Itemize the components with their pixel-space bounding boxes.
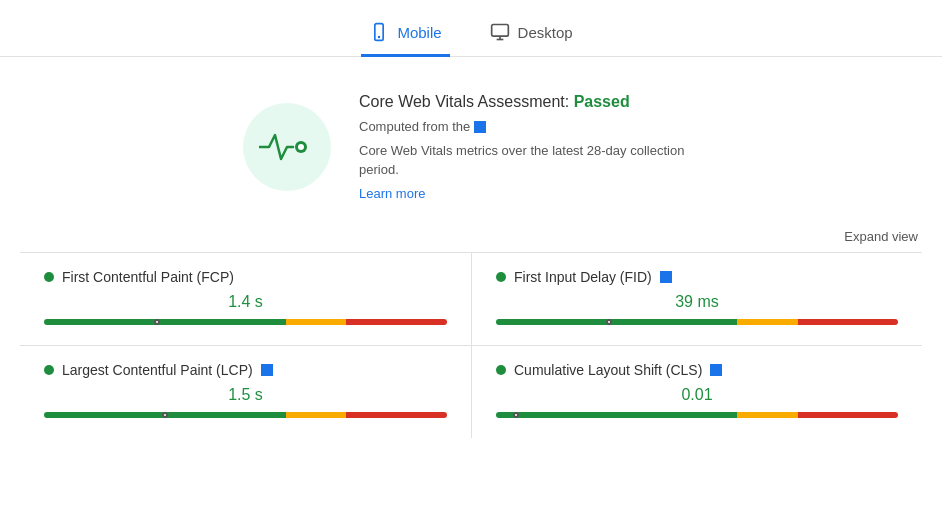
- svg-rect-2: [491, 25, 508, 37]
- fid-name: First Input Delay (FID): [514, 269, 652, 285]
- cls-bar-orange: [737, 412, 797, 418]
- fcp-name: First Contentful Paint (FCP): [62, 269, 234, 285]
- cls-value: 0.01: [681, 386, 712, 404]
- metric-fcp: First Contentful Paint (FCP) 1.4 s: [20, 252, 471, 345]
- fid-bar-container: [496, 319, 898, 325]
- lcp-bar-red: [346, 412, 447, 418]
- cls-name: Cumulative Layout Shift (CLS): [514, 362, 702, 378]
- fcp-header: First Contentful Paint (FCP): [44, 269, 447, 285]
- cls-indicator-dot: [513, 412, 519, 418]
- fid-bar-red: [798, 319, 899, 325]
- mobile-icon: [369, 22, 389, 42]
- lcp-value: 1.5 s: [228, 386, 263, 404]
- assessment-status: Passed: [574, 93, 630, 110]
- fcp-bar-orange: [286, 319, 346, 325]
- fcp-value: 1.4 s: [228, 293, 263, 311]
- fid-status-dot: [496, 272, 506, 282]
- fcp-status-dot: [44, 272, 54, 282]
- lcp-bar-container: [44, 412, 447, 418]
- metric-fid: First Input Delay (FID) 39 ms: [471, 252, 922, 345]
- fid-badge-icon: [660, 271, 672, 283]
- tab-desktop[interactable]: Desktop: [482, 12, 581, 57]
- desktop-icon: [490, 22, 510, 42]
- tab-mobile[interactable]: Mobile: [361, 12, 449, 57]
- fid-header: First Input Delay (FID): [496, 269, 898, 285]
- cls-bar-container: [496, 412, 898, 418]
- fid-bar-green: [496, 319, 737, 325]
- assessment-section: Core Web Vitals Assessment: Passed Compu…: [0, 57, 942, 229]
- desc-after: Core Web Vitals metrics over the latest …: [359, 141, 699, 180]
- fid-value: 39 ms: [675, 293, 719, 311]
- learn-more-link[interactable]: Learn more: [359, 186, 699, 201]
- cls-bar-indicator: [512, 408, 520, 422]
- metric-lcp: Largest Contentful Paint (LCP) 1.5 s: [20, 345, 471, 438]
- lcp-header: Largest Contentful Paint (LCP): [44, 362, 447, 378]
- assessment-title: Core Web Vitals Assessment: Passed: [359, 93, 699, 111]
- cls-status-dot: [496, 365, 506, 375]
- lcp-indicator-dot: [162, 412, 168, 418]
- tab-mobile-label: Mobile: [397, 24, 441, 41]
- assessment-text: Core Web Vitals Assessment: Passed Compu…: [359, 93, 699, 201]
- lcp-name: Largest Contentful Paint (LCP): [62, 362, 253, 378]
- cls-bar-red: [798, 412, 899, 418]
- expand-row: Expand view: [0, 229, 942, 252]
- fcp-bar-green: [44, 319, 286, 325]
- fcp-indicator-dot: [154, 319, 160, 325]
- tab-desktop-label: Desktop: [518, 24, 573, 41]
- cls-bar-green: [496, 412, 737, 418]
- desc-before: Computed from the: [359, 117, 470, 137]
- lcp-bar-orange: [286, 412, 346, 418]
- fid-bar-track: [496, 319, 898, 325]
- lcp-badge-icon: [261, 364, 273, 376]
- lcp-status-dot: [44, 365, 54, 375]
- cls-bar-track: [496, 412, 898, 418]
- metrics-grid: First Contentful Paint (FCP) 1.4 s First…: [0, 252, 942, 438]
- expand-view-link[interactable]: Expand view: [844, 229, 918, 244]
- fid-bar-orange: [737, 319, 797, 325]
- blue-square-icon: [474, 121, 486, 133]
- fcp-bar-container: [44, 319, 447, 325]
- fcp-bar-red: [346, 319, 447, 325]
- fid-indicator-dot: [606, 319, 612, 325]
- vitals-pulse-icon: [259, 127, 315, 167]
- lcp-bar-indicator: [161, 408, 169, 422]
- pulse-icon-container: [243, 103, 331, 191]
- fcp-bar-indicator: [153, 315, 161, 329]
- tab-bar: Mobile Desktop: [0, 0, 942, 57]
- title-prefix: Core Web Vitals Assessment:: [359, 93, 569, 110]
- lcp-bar-track: [44, 412, 447, 418]
- fcp-bar-track: [44, 319, 447, 325]
- metric-cls: Cumulative Layout Shift (CLS) 0.01: [471, 345, 922, 438]
- svg-point-6: [298, 144, 304, 150]
- cls-badge-icon: [710, 364, 722, 376]
- fid-bar-indicator: [605, 315, 613, 329]
- assessment-description: Computed from the Core Web Vitals metric…: [359, 117, 699, 180]
- cls-header: Cumulative Layout Shift (CLS): [496, 362, 898, 378]
